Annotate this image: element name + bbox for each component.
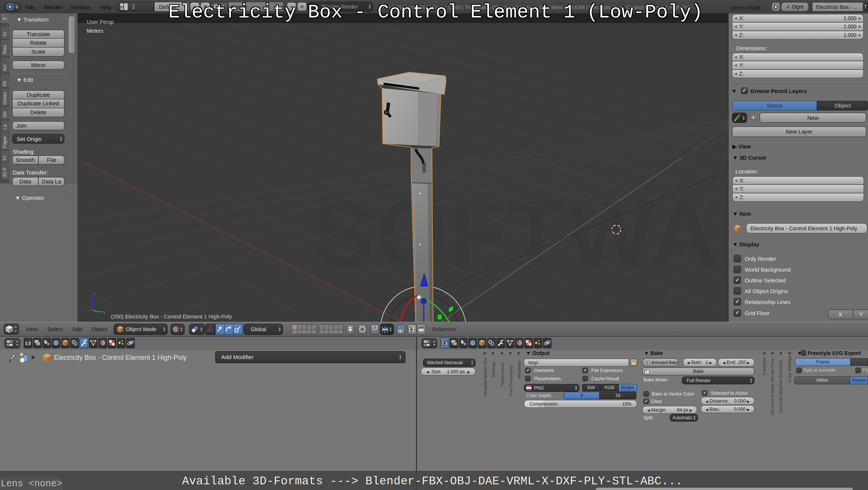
svg-text:SOFTWARE: SOFTWARE xyxy=(312,182,728,286)
svg-text:User Persp: User Persp xyxy=(87,19,114,25)
svg-text:(250) Electricity Box - Contro: (250) Electricity Box - Control Element … xyxy=(111,314,232,320)
svg-text:Meters: Meters xyxy=(87,28,103,34)
svg-text:z: z xyxy=(93,291,95,296)
svg-text:y: y xyxy=(103,310,105,315)
